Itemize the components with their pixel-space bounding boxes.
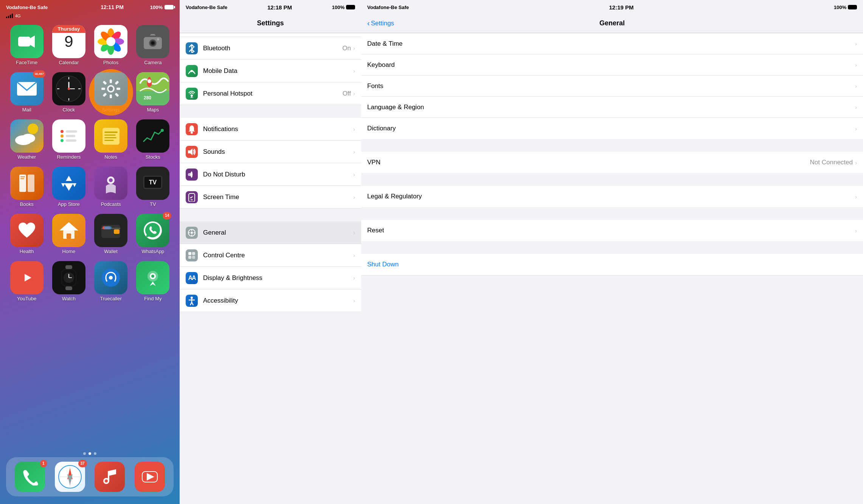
dock-youtube[interactable]	[135, 462, 165, 492]
general-row-legal[interactable]: Legal & Regulatory ›	[361, 186, 863, 207]
app-weather[interactable]: Weather	[8, 119, 46, 160]
language-chevron: ›	[855, 104, 857, 110]
page-dots	[0, 452, 180, 455]
app-facetime[interactable]: FaceTime	[8, 25, 46, 65]
youtube-label: YouTube	[17, 296, 36, 301]
app-health[interactable]: Health	[8, 214, 46, 254]
settings-row-mobile[interactable]: Mobile Data ›	[180, 60, 361, 82]
general-row-datetime[interactable]: Date & Time ›	[361, 33, 863, 54]
general-row-language[interactable]: Language & Region ›	[361, 97, 863, 118]
app-truecaller[interactable]: Truecaller	[92, 261, 130, 301]
dock-phone[interactable]: 1	[15, 462, 45, 492]
app-maps[interactable]: 280 Maps	[134, 72, 172, 113]
svg-point-27	[109, 87, 113, 91]
app-appstore[interactable]: App Store	[50, 167, 88, 207]
weather-label: Weather	[17, 154, 36, 160]
app-books[interactable]: Books	[8, 167, 46, 207]
general-row-shutdown[interactable]: Shut Down	[361, 254, 863, 275]
settings-row-sounds[interactable]: Sounds ›	[180, 141, 361, 163]
app-calendar[interactable]: Thursday 9 Calendar	[50, 25, 88, 65]
back-label: Settings	[371, 20, 394, 27]
general-row-dictionary[interactable]: Dictionary ›	[361, 118, 863, 139]
svg-rect-31	[116, 88, 120, 90]
app-mail[interactable]: 18,487 Mail	[8, 72, 46, 113]
svg-line-123	[192, 302, 193, 305]
general-row-keyboard[interactable]: Keyboard ›	[361, 54, 863, 76]
svg-point-25	[68, 88, 70, 90]
shutdown-label: Shut Down	[367, 261, 857, 268]
app-whatsapp[interactable]: 14 WhatsApp	[134, 214, 172, 254]
settings-row-hotspot[interactable]: Personal Hotspot Off ›	[180, 82, 361, 105]
general-page-title: General	[599, 19, 625, 27]
general-row-vpn[interactable]: VPN Not Connected ›	[361, 152, 863, 173]
keyboard-chevron: ›	[855, 62, 857, 68]
whatsapp-icon: 14	[136, 214, 169, 247]
settings-row-dnd[interactable]: Do Not Disturb ›	[180, 163, 361, 186]
vpn-value: Not Connected	[810, 159, 853, 166]
dot-2	[88, 452, 91, 455]
app-notes[interactable]: Notes	[92, 119, 130, 160]
calendar-day-label: Thursday	[52, 25, 85, 33]
maps-icon: 280	[136, 72, 169, 105]
battery-pct-settings: 100%	[332, 5, 345, 10]
settings-row-screentime[interactable]: Screen Time ›	[180, 186, 361, 209]
app-watch[interactable]: Watch	[50, 261, 88, 301]
gsep-3	[361, 207, 863, 220]
svg-rect-96	[108, 471, 109, 482]
app-youtube[interactable]: YouTube	[8, 261, 46, 301]
svg-rect-52	[104, 135, 116, 136]
screentime-icon	[186, 191, 198, 203]
settings-row-display[interactable]: AA Display & Brightness ›	[180, 267, 361, 289]
svg-rect-108	[191, 199, 193, 200]
photos-icon	[94, 25, 127, 58]
gsep-1	[361, 139, 863, 152]
wallet-icon	[94, 214, 127, 247]
svg-point-106	[188, 173, 191, 176]
mail-label: Mail	[22, 107, 31, 113]
battery-settings: 100%	[332, 5, 355, 10]
clock-label: Clock	[63, 107, 75, 113]
maps-label: Maps	[147, 107, 159, 113]
settings-row-general[interactable]: General ›	[180, 221, 361, 244]
app-photos[interactable]: Photos	[92, 25, 130, 65]
battery-general: 100%	[834, 5, 857, 10]
wallet-label: Wallet	[104, 249, 118, 254]
app-settings[interactable]: Settings	[92, 72, 130, 113]
stocks-label: Stocks	[146, 154, 160, 160]
svg-point-119	[191, 297, 193, 299]
reset-label: Reset	[367, 227, 855, 234]
general-panel: Vodafone-Be Safe 12:19 PM 100% ‹ Setting…	[361, 0, 863, 504]
controlcentre-label: Control Centre	[203, 252, 353, 259]
app-tv[interactable]: TV TV	[134, 167, 172, 207]
dock-safari[interactable]: 37	[55, 462, 85, 492]
svg-point-95	[105, 479, 108, 482]
general-row-fonts[interactable]: Fonts ›	[361, 76, 863, 97]
svg-point-45	[61, 135, 64, 138]
svg-rect-115	[188, 252, 191, 255]
carrier-settings: Vodafone-Be Safe	[186, 5, 227, 10]
settings-row-controlcentre[interactable]: Control Centre ›	[180, 244, 361, 267]
app-home[interactable]: Home	[50, 214, 88, 254]
gsep-4	[361, 241, 863, 254]
app-clock[interactable]: Clock	[50, 72, 88, 113]
general-row-reset[interactable]: Reset ›	[361, 220, 863, 241]
findmy-label: Find My	[144, 296, 161, 301]
svg-point-84	[109, 276, 113, 280]
back-button[interactable]: ‹ Settings	[367, 19, 394, 28]
svg-rect-29	[110, 94, 112, 98]
app-podcasts[interactable]: Podcasts	[92, 167, 130, 207]
app-wallet[interactable]: Wallet	[92, 214, 130, 254]
dock-music[interactable]	[95, 462, 125, 492]
settings-row-notifications[interactable]: Notifications ›	[180, 118, 361, 141]
settings-row-accessibility[interactable]: Accessibility ›	[180, 289, 361, 312]
svg-rect-33	[115, 80, 119, 85]
app-stocks[interactable]: Stocks	[134, 119, 172, 160]
mail-icon: 18,487	[10, 72, 43, 105]
settings-row-bluetooth[interactable]: Bluetooth On ›	[180, 37, 361, 60]
app-reminders[interactable]: Reminders	[50, 119, 88, 160]
app-camera[interactable]: Camera	[134, 25, 172, 65]
app-findmy[interactable]: Find My	[134, 261, 172, 301]
svg-point-41	[28, 124, 38, 134]
hotspot-chevron: ›	[353, 90, 355, 97]
sounds-icon	[186, 146, 198, 158]
